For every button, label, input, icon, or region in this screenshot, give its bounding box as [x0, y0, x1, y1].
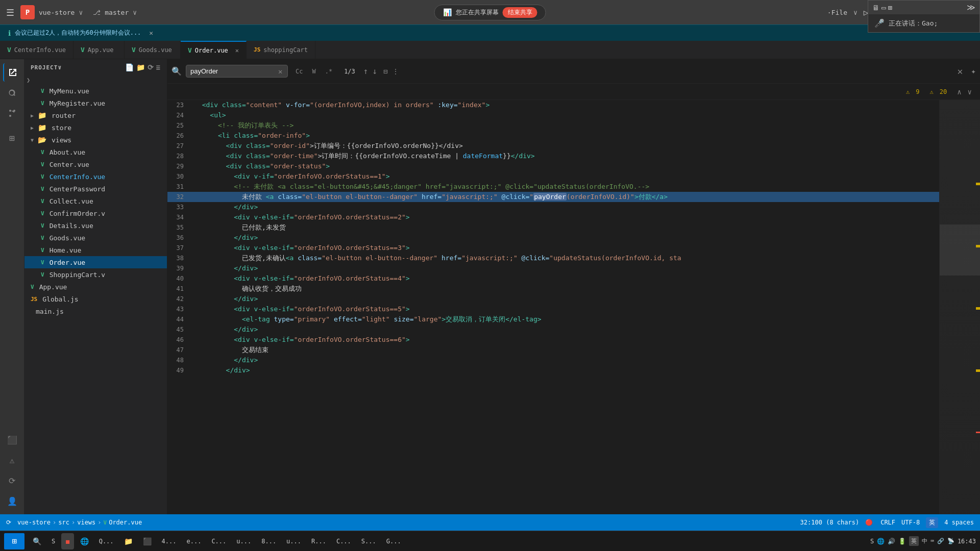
copilot-btn[interactable]: ✦	[971, 66, 976, 76]
tree-item-confirmorder[interactable]: V ConfirmOrder.v	[24, 207, 167, 219]
views-expand-icon[interactable]: ▼	[31, 137, 34, 143]
code-line-34[interactable]: 34 <div v-else-if="orderInfoVO.orderStat…	[167, 212, 939, 222]
search-more-btn[interactable]: ⋮	[392, 67, 399, 76]
activity-extensions[interactable]: ⊞	[3, 129, 21, 147]
search-filter-btn[interactable]: ⊟	[383, 67, 387, 76]
tray-icon-ime[interactable]: 中	[922, 537, 927, 545]
code-line-37[interactable]: 37 <div v-else-if="orderInfoVO.orderStat…	[167, 243, 939, 253]
tree-item-mymenu[interactable]: V MyMenu.vue	[24, 85, 167, 97]
code-line-23[interactable]: 23 <div class="content" v-for="(orderInf…	[167, 100, 939, 110]
code-line-24[interactable]: 24 <ul>	[167, 110, 939, 120]
code-line-47[interactable]: 47 交易结束	[167, 345, 939, 355]
taskbar-item-w1[interactable]: 📁	[120, 533, 137, 549]
taskbar-item-u[interactable]: u...	[232, 533, 255, 549]
breadcrumb-path4[interactable]: Order.vue	[109, 519, 142, 526]
store-expand-icon[interactable]: ▶	[31, 125, 34, 131]
activity-terminal[interactable]: ⬛	[3, 431, 21, 449]
taskbar-item-4[interactable]: 4...	[158, 533, 181, 549]
code-line-49[interactable]: 49 </div>	[167, 365, 939, 375]
remote-icon[interactable]: ⟳	[6, 519, 11, 526]
tree-item-goods2[interactable]: V Goods.vue	[24, 232, 167, 244]
code-line-36[interactable]: 36 </div>	[167, 233, 939, 243]
activity-git[interactable]	[3, 104, 21, 122]
taskbar-item-chrome[interactable]: 🌐	[76, 533, 93, 549]
branch-chevron[interactable]: ∨	[133, 9, 137, 16]
tree-item-store[interactable]: ▶ 📁 store	[24, 121, 167, 134]
code-line-33[interactable]: 33 </div>	[167, 202, 939, 212]
activity-explorer[interactable]	[3, 63, 21, 82]
code-line-35[interactable]: 35 已付款,未发货	[167, 222, 939, 233]
code-line-45[interactable]: 45 </div>	[167, 324, 939, 335]
search-close-btn[interactable]: ✕	[958, 66, 963, 77]
tree-item-app2[interactable]: V App.vue	[24, 281, 167, 293]
nav-down-arrow[interactable]: ∨	[968, 88, 972, 96]
overlay-icon-window[interactable]: ▭	[881, 4, 886, 12]
code-line-41[interactable]: 41 确认收货，交易成功	[167, 284, 939, 294]
taskbar-item-g[interactable]: G...	[382, 533, 405, 549]
status-position[interactable]: 32:100 (8 chars)	[800, 519, 860, 526]
code-line-30[interactable]: 30 <div v-if="orderInfoVO.orderStatus==1…	[167, 171, 939, 182]
tree-item-router[interactable]: ▶ 📁 router	[24, 109, 167, 121]
tray-icon-misc2[interactable]: 📡	[947, 538, 954, 544]
tree-item-collect[interactable]: V Collect.vue	[24, 195, 167, 207]
overlay-icon-grid[interactable]: ⊞	[888, 4, 892, 12]
activity-account[interactable]: 👤	[3, 492, 21, 510]
tab-close-order[interactable]: ✕	[235, 47, 239, 54]
taskbar-item-r[interactable]: R...	[307, 533, 330, 549]
code-line-42[interactable]: 42 </div>	[167, 294, 939, 304]
tray-icon-s[interactable]: S	[870, 538, 874, 545]
tray-icon-lang[interactable]: 英	[909, 536, 919, 546]
taskbar-item-u2[interactable]: u...	[282, 533, 305, 549]
search-opt-regex[interactable]: .*	[322, 66, 336, 77]
search-next-btn[interactable]: ↓	[372, 66, 377, 76]
status-spaces[interactable]: 4 spaces	[944, 519, 974, 526]
code-line-28[interactable]: 28 <div class="order-time">订单时间：{{orderI…	[167, 151, 939, 161]
project-name[interactable]: vue-store	[39, 9, 75, 16]
activity-remote[interactable]: ⟳	[3, 471, 21, 490]
code-line-26[interactable]: 26 <li class="order-info">	[167, 131, 939, 141]
tree-item-home[interactable]: V Home.vue	[24, 244, 167, 256]
taskbar-search-btn[interactable]: 🔍	[29, 533, 45, 549]
code-line-29[interactable]: 29 <div class="order-status">	[167, 161, 939, 171]
search-clear-btn[interactable]: ✕	[278, 67, 282, 76]
search-opt-w[interactable]: W	[308, 66, 319, 77]
hamburger-btn[interactable]: ☰	[4, 5, 16, 20]
tab-order[interactable]: V Order.vue ✕	[181, 41, 247, 59]
activity-problems[interactable]: ⚠	[3, 451, 21, 469]
code-line-32[interactable]: 32 未付款 <a class="el-button el-button--da…	[167, 192, 939, 202]
tab-app[interactable]: V App.vue	[74, 41, 125, 59]
code-line-39[interactable]: 39 </div>	[167, 263, 939, 273]
taskbar-item-e[interactable]: ◼	[61, 533, 74, 549]
tree-item-views[interactable]: ▼ 📂 views	[24, 134, 167, 146]
tray-icon-net[interactable]: 🌐	[877, 538, 885, 545]
taskbar-item-s[interactable]: S	[47, 533, 59, 549]
taskbar-item-8[interactable]: 8...	[257, 533, 280, 549]
collapse-icon[interactable]: ≡	[156, 63, 161, 71]
search-input[interactable]: payOrder	[190, 65, 276, 77]
tree-item-order2[interactable]: V Order.vue	[24, 256, 167, 268]
status-charset[interactable]: UTF-8	[901, 519, 920, 526]
tab-centerinfo[interactable]: V CenterInfo.vue	[0, 41, 74, 59]
activity-search[interactable]	[3, 84, 21, 102]
overlay-close-btn[interactable]: ≫	[967, 3, 975, 12]
tree-item-center[interactable]: V Center.vue	[24, 158, 167, 170]
code-line-25[interactable]: 25 <!-- 我的订单表头 -->	[167, 120, 939, 131]
taskbar-item-e2[interactable]: e...	[182, 533, 205, 549]
tree-item-myregister[interactable]: V MyRegister.vue	[24, 97, 167, 109]
tree-item-shoppingcart2[interactable]: V ShoppingCart.v	[24, 268, 167, 281]
new-folder-icon[interactable]: 📁	[136, 63, 145, 71]
code-line-31[interactable]: 31 <!-- 未付款 <a class="el-button&#45;&#45…	[167, 182, 939, 192]
code-line-43[interactable]: 43 <div v-else-if="orderInfoVO.orderStat…	[167, 304, 939, 314]
router-expand-icon[interactable]: ▶	[31, 113, 34, 118]
tray-icon-battery[interactable]: 🔋	[898, 538, 906, 545]
status-lang-icon[interactable]: 英	[926, 517, 938, 528]
refresh-icon[interactable]: ⟳	[148, 63, 154, 71]
status-encoding[interactable]: CRLF	[880, 519, 895, 526]
notif-close-btn[interactable]: ✕	[149, 29, 153, 37]
file-chevron[interactable]: ∨	[853, 9, 857, 16]
tray-more[interactable]: ⌨	[930, 538, 934, 544]
tree-item-mainjs[interactable]: main.js	[24, 305, 167, 317]
code-line-44[interactable]: 44 <el-tag type="primary" effect="light"…	[167, 314, 939, 324]
sidebar-chevron[interactable]: ∨	[58, 64, 62, 71]
code-editor[interactable]: 23 <div class="content" v-for="(orderInf…	[167, 100, 939, 514]
